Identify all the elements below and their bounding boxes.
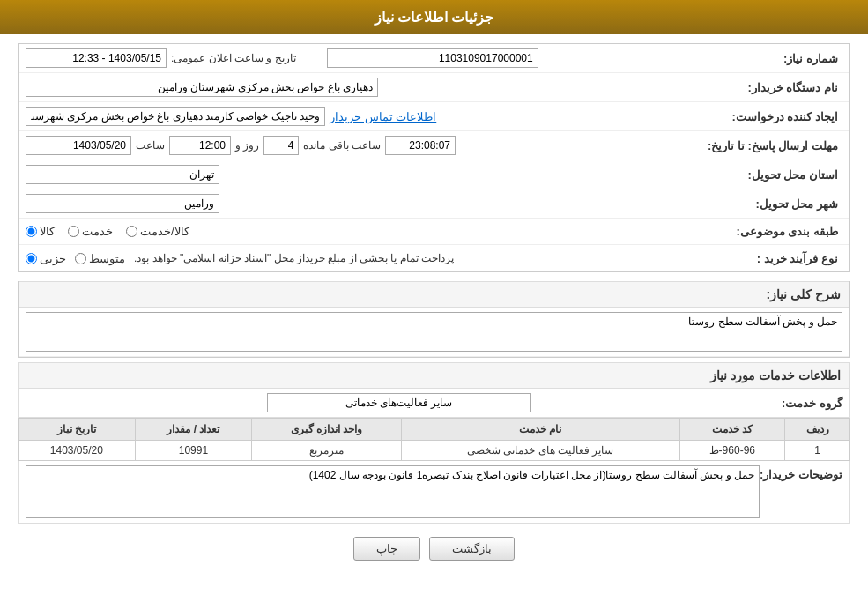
table-row: 1960-96-طسایر فعالیت های خدماتی شخصیمترم… xyxy=(19,441,850,461)
category-value-cell: کالا/خدمت خدمت کالا xyxy=(26,225,736,238)
deadline-value-cell: ساعت باقی مانده روز و ساعت xyxy=(26,136,708,155)
buyer-notes-textarea[interactable] xyxy=(26,465,760,518)
category-kala-option[interactable]: کالا xyxy=(26,225,55,238)
services-section: اطلاعات خدمات مورد نیاز گروه خدمت: ردیفک… xyxy=(18,362,850,524)
need-number-label: شماره نیاز: xyxy=(737,52,842,65)
table-header-cell: نام خدمت xyxy=(402,419,680,441)
buyer-notes-section: توضیحات خریدار: xyxy=(18,461,850,524)
purchase-jozei-radio[interactable] xyxy=(26,253,37,264)
need-description-title: شرح کلی نیاز: xyxy=(19,281,849,308)
purchase-note: پرداخت تمام یا بخشی از مبلغ خریداز محل "… xyxy=(134,252,454,264)
page-header: جزئیات اطلاعات نیاز xyxy=(0,0,868,34)
remain-label: ساعت باقی مانده xyxy=(303,139,381,152)
table-header-cell: کد خدمت xyxy=(679,419,784,441)
org-name-input[interactable] xyxy=(26,78,378,97)
need-number-row: شماره نیاز: تاریخ و ساعت اعلان عمومی: xyxy=(19,44,849,73)
contact-link[interactable]: اطلاعات تماس خریدار xyxy=(330,110,436,123)
back-button[interactable]: بازگشت xyxy=(429,537,515,561)
city-input[interactable] xyxy=(26,194,219,213)
buyer-notes-label: توضیحات خریدار: xyxy=(760,465,842,481)
category-kala-service-label: کالا/خدمت xyxy=(140,225,189,238)
category-kala-service-radio[interactable] xyxy=(126,226,137,237)
category-kala-radio[interactable] xyxy=(26,226,37,237)
main-form: شماره نیاز: تاریخ و ساعت اعلان عمومی: نا… xyxy=(18,43,850,272)
table-cell: 960-96-ط xyxy=(679,441,784,461)
service-group-input[interactable] xyxy=(267,393,531,412)
purchase-type-options: پرداخت تمام یا بخشی از مبلغ خریداز محل "… xyxy=(26,252,737,265)
category-radio-group: کالا/خدمت خدمت کالا xyxy=(26,225,189,238)
category-label: طبقه بندی موضوعی: xyxy=(736,225,842,238)
table-cell: سایر فعالیت های خدماتی شخصی xyxy=(402,441,680,461)
need-number-value-cell: تاریخ و ساعت اعلان عمومی: xyxy=(26,48,737,68)
deadline-row: مهلت ارسال پاسخ: تا تاریخ: ساعت باقی مان… xyxy=(19,131,849,160)
services-table: ردیفکد خدمتنام خدمتواحد اندازه گیریتعداد… xyxy=(18,418,850,461)
need-description-textarea[interactable] xyxy=(26,312,842,352)
deadline-label: مهلت ارسال پاسخ: تا تاریخ: xyxy=(708,139,842,152)
time-label: ساعت xyxy=(136,139,165,152)
province-input[interactable] xyxy=(26,165,219,184)
need-description-title-text: شرح کلی نیاز: xyxy=(767,287,841,301)
print-button[interactable]: چاپ xyxy=(353,537,420,561)
table-cell: 1403/05/20 xyxy=(19,441,136,461)
org-name-value-cell xyxy=(26,78,737,97)
buttons-row: بازگشت چاپ xyxy=(18,537,850,561)
table-cell: 1 xyxy=(785,441,850,461)
service-group-value xyxy=(26,393,772,412)
service-group-label: گروه خدمت: xyxy=(772,397,842,410)
purchase-type-value-cell: پرداخت تمام یا بخشی از مبلغ خریداز محل "… xyxy=(26,252,737,265)
city-value-cell xyxy=(26,194,737,213)
days-label: روز و xyxy=(235,139,259,152)
purchase-type-label: نوع فرآیند خرید : xyxy=(737,252,842,265)
table-cell: 10991 xyxy=(135,441,252,461)
org-name-row: نام دستگاه خریدار: xyxy=(19,73,849,102)
announce-datetime-input[interactable] xyxy=(26,48,167,68)
creator-row: ایجاد کننده درخواست: اطلاعات تماس خریدار xyxy=(19,102,849,131)
category-row: طبقه بندی موضوعی: کالا/خدمت خدمت کالا xyxy=(19,219,849,245)
creator-input[interactable] xyxy=(26,107,325,126)
services-info-title: اطلاعات خدمات مورد نیاز xyxy=(18,362,850,389)
table-header-cell: تاریخ نیاز xyxy=(19,419,136,441)
category-kala-label: کالا xyxy=(40,225,55,238)
table-header-row: ردیفکد خدمتنام خدمتواحد اندازه گیریتعداد… xyxy=(19,419,850,441)
need-description-section: شرح کلی نیاز: xyxy=(18,281,850,358)
purchase-motavasset-label: متوسط xyxy=(89,252,125,265)
org-name-label: نام دستگاه خریدار: xyxy=(737,81,842,94)
category-service-label: خدمت xyxy=(82,225,113,238)
table-header-cell: تعداد / مقدار xyxy=(135,419,252,441)
city-label: شهر محل تحویل: xyxy=(737,197,842,211)
purchase-type-row: نوع فرآیند خرید : پرداخت تمام یا بخشی از… xyxy=(19,245,849,271)
service-group-row: گروه خدمت: xyxy=(18,389,850,418)
creator-value-cell: اطلاعات تماس خریدار xyxy=(26,107,731,126)
province-label: استان محل تحویل: xyxy=(737,168,842,182)
creator-label: ایجاد کننده درخواست: xyxy=(731,110,842,123)
announce-label: تاریخ و ساعت اعلان عمومی: xyxy=(171,52,296,64)
table-header-cell: ردیف xyxy=(785,419,850,441)
purchase-jozei-option[interactable]: جزیی xyxy=(26,252,66,265)
city-row: شهر محل تحویل: xyxy=(19,189,849,219)
category-kala-service-option[interactable]: کالا/خدمت xyxy=(126,225,189,238)
page-title: جزئیات اطلاعات نیاز xyxy=(375,10,494,25)
table-cell: مترمربع xyxy=(252,441,402,461)
purchase-motavasset-option[interactable]: متوسط xyxy=(75,252,125,265)
deadline-date-input[interactable] xyxy=(26,136,131,155)
province-value-cell xyxy=(26,165,737,184)
purchase-jozei-label: جزیی xyxy=(40,252,66,265)
category-service-radio[interactable] xyxy=(68,226,79,237)
deadline-time-input[interactable] xyxy=(169,136,231,155)
need-number-input[interactable] xyxy=(327,48,538,68)
category-service-option[interactable]: خدمت xyxy=(68,225,113,238)
purchase-motavasset-radio[interactable] xyxy=(75,253,86,264)
table-header-cell: واحد اندازه گیری xyxy=(252,419,402,441)
deadline-days-input[interactable] xyxy=(263,136,299,155)
deadline-remain-input[interactable] xyxy=(385,136,456,155)
need-description-box xyxy=(19,308,849,357)
province-row: استان محل تحویل: xyxy=(19,160,849,189)
